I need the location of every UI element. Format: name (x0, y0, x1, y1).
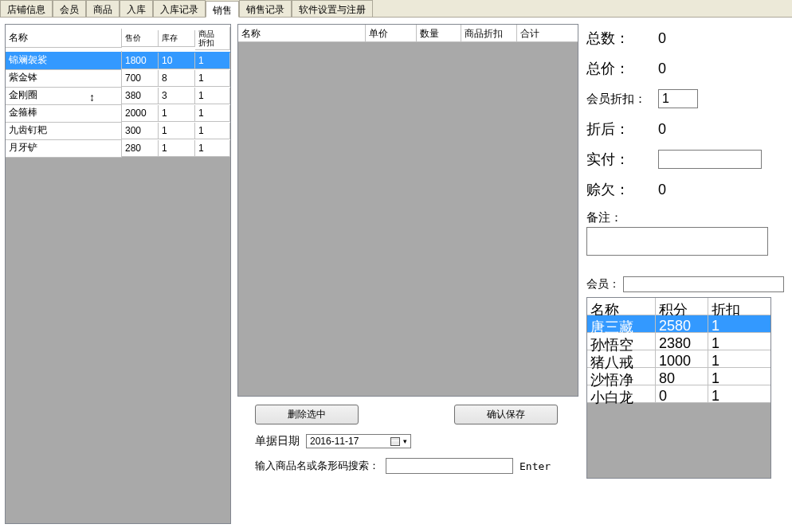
product-list: 名称 售价 库存 商品 折扣 锦斓袈裟1800101紫金钵70081金刚圈380… (5, 24, 231, 524)
tab-2[interactable]: 商品 (86, 0, 120, 17)
center-panel: 名称 单价 数量 商品折扣 合计 删除选中 确认保存 单据日期 2016-11-… (237, 24, 578, 524)
mcol-discount[interactable]: 折扣 (708, 298, 770, 315)
owe-value: 0 (658, 182, 754, 198)
after-disc-label: 折后： (586, 119, 658, 139)
cart-col-qty[interactable]: 数量 (417, 25, 461, 42)
member-label: 会员： (586, 277, 620, 291)
total-amt-value: 0 (658, 61, 754, 77)
right-panel: 总数： 0 总价： 0 会员折扣： 折后： 0 实付： 赊欠： 0 备注： 会员… (585, 24, 787, 524)
total-qty-value: 0 (658, 30, 754, 47)
product-row[interactable]: 锦斓袈裟1800101 (6, 52, 230, 69)
cart-table: 名称 单价 数量 商品折扣 合计 (237, 24, 578, 397)
member-search-input[interactable] (623, 276, 784, 292)
member-row[interactable]: 唐三藏25801 (587, 315, 770, 333)
delete-selected-button[interactable]: 删除选中 (255, 405, 359, 424)
member-disc-label: 会员折扣： (586, 92, 658, 107)
tab-6[interactable]: 销售记录 (239, 0, 292, 17)
date-value: 2016-11-17 (310, 436, 359, 447)
col-discount[interactable]: 商品 折扣 (195, 27, 230, 50)
member-row[interactable]: 沙悟净801 (587, 368, 770, 385)
enter-hint: Enter (520, 460, 551, 472)
cart-col-name[interactable]: 名称 (238, 25, 366, 42)
after-disc-value: 0 (658, 121, 754, 138)
member-row[interactable]: 孙悟空23801 (587, 333, 770, 350)
mcol-name[interactable]: 名称 (587, 298, 656, 315)
mcol-points[interactable]: 积分 (656, 298, 708, 315)
product-row[interactable]: 金箍棒200011 (6, 104, 230, 122)
tab-7[interactable]: 软件设置与注册 (292, 0, 373, 17)
tab-bar: 店铺信息会员商品入库入库记录销售销售记录软件设置与注册 (0, 0, 792, 18)
chevron-down-icon: ▾ (403, 437, 407, 445)
calendar-icon (390, 437, 400, 446)
owe-label: 赊欠： (586, 180, 658, 199)
cart-col-price[interactable]: 单价 (366, 25, 417, 42)
main-content: 名称 售价 库存 商品 折扣 锦斓袈裟1800101紫金钵70081金刚圈380… (0, 18, 792, 530)
col-name[interactable]: 名称 (6, 29, 122, 48)
tab-4[interactable]: 入库记录 (153, 0, 206, 17)
col-price[interactable]: 售价 (122, 30, 159, 47)
product-row[interactable]: 金刚圈38031 (6, 87, 230, 104)
search-label: 输入商品名或条形码搜索： (255, 459, 379, 473)
tab-3[interactable]: 入库 (120, 0, 153, 17)
tab-1[interactable]: 会员 (53, 0, 86, 17)
member-row[interactable]: 猪八戒10001 (587, 350, 770, 368)
note-textarea[interactable] (586, 227, 768, 256)
member-row[interactable]: 小白龙01 (587, 385, 770, 403)
note-label: 备注： (586, 210, 622, 224)
paid-input[interactable] (658, 150, 762, 169)
cart-col-total[interactable]: 合计 (517, 25, 578, 42)
product-header-row: 名称 售价 库存 商品 折扣 (6, 25, 230, 52)
product-row[interactable]: 月牙铲28011 (6, 139, 230, 157)
col-stock[interactable]: 库存 (159, 30, 195, 47)
member-header-row: 名称 积分 折扣 (587, 298, 770, 315)
date-label: 单据日期 (255, 434, 300, 448)
member-discount-input[interactable] (658, 89, 698, 108)
cart-col-discount[interactable]: 商品折扣 (461, 25, 517, 42)
paid-label: 实付： (586, 150, 658, 169)
product-row[interactable]: 九齿钉耙30011 (6, 122, 230, 139)
tab-0[interactable]: 店铺信息 (0, 0, 53, 17)
member-table: 名称 积分 折扣 唐三藏25801孙悟空23801猪八戒10001沙悟净801小… (586, 297, 771, 479)
search-input[interactable] (386, 458, 513, 474)
tab-5[interactable]: 销售 (206, 1, 239, 18)
cart-header-row: 名称 单价 数量 商品折扣 合计 (238, 25, 578, 42)
confirm-save-button[interactable]: 确认保存 (454, 405, 558, 424)
total-amt-label: 总价： (586, 59, 658, 78)
product-row[interactable]: 紫金钵70081 (6, 69, 230, 87)
date-picker[interactable]: 2016-11-17 ▾ (306, 434, 411, 448)
total-qty-label: 总数： (586, 29, 658, 48)
